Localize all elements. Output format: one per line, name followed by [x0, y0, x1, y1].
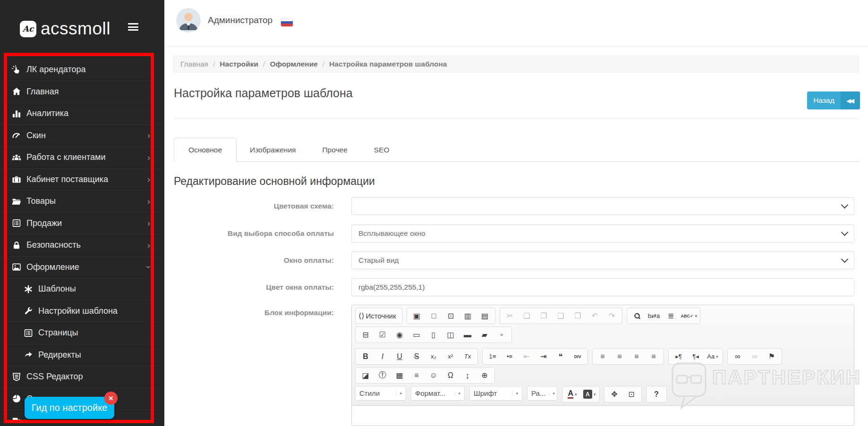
select-payment-window[interactable]: Старый вид	[351, 251, 854, 269]
tab-seo[interactable]: SEO	[361, 138, 403, 162]
templates-button[interactable]: ▤	[477, 309, 494, 323]
sidebar-item-pages[interactable]: Страницы	[0, 322, 164, 344]
checkbox-button[interactable]: ☑	[374, 328, 391, 342]
back-button[interactable]: Назад ◀◀	[807, 92, 860, 109]
hamburger-menu-icon[interactable]	[128, 23, 138, 33]
iframe-button[interactable]: ⊕	[476, 368, 493, 382]
tab-images[interactable]: Изображения	[237, 138, 309, 162]
align-left-button[interactable]: ≡	[594, 350, 611, 363]
special-char-button[interactable]: Ω	[442, 368, 459, 382]
styles-select[interactable]: Стили ▾	[355, 386, 406, 401]
about-button[interactable]: ?	[648, 387, 665, 401]
view-buttons-group: ✥ ⊡	[604, 386, 642, 402]
underline-button[interactable]: U	[391, 350, 408, 363]
bidi-rtl-button[interactable]: ¶◂	[687, 350, 704, 363]
close-icon[interactable]: ✕	[104, 392, 118, 405]
italic-button[interactable]: I	[374, 350, 391, 363]
sidebar-item-analytics[interactable]: Аналитика	[0, 102, 164, 125]
format-select[interactable]: Формат... ▾	[411, 386, 465, 401]
sidebar-item-security[interactable]: Безопасность›	[0, 234, 164, 256]
align-right-button[interactable]: ≡	[628, 350, 645, 363]
text-field-button[interactable]: ▭	[408, 328, 425, 342]
tab-other[interactable]: Прочее	[309, 138, 360, 162]
avatar[interactable]	[176, 8, 201, 33]
breadcrumb-item[interactable]: Главная	[180, 60, 208, 68]
anchor-button[interactable]: ⚑	[763, 350, 780, 363]
smiley-button[interactable]: ☺	[425, 368, 442, 382]
font-select[interactable]: Шрифт ▾	[469, 386, 522, 401]
breadcrumb-item[interactable]: Настройки	[220, 60, 258, 68]
source-button[interactable]: ⟨⟩Источник	[357, 309, 400, 323]
breadcrumb-item[interactable]: Оформление	[270, 60, 317, 68]
justify-button[interactable]: ≡	[645, 350, 662, 363]
align-center-button[interactable]: ≡	[611, 350, 628, 363]
sidebar-item-clients[interactable]: Работа с клиентами›	[0, 146, 164, 168]
chevron-down-icon: ▾	[695, 314, 698, 318]
maximize-button[interactable]: ✥	[606, 387, 623, 401]
sidebar-item-templates[interactable]: Шаблоны	[0, 278, 164, 300]
link-button[interactable]: ∞	[729, 350, 746, 363]
editor-toolbar-row-4: ◪ⓕ▦≡☺Ω↨⊕	[355, 367, 851, 384]
subscript-button[interactable]: x₂	[425, 350, 442, 363]
horizontal-rule-button[interactable]: ≡	[408, 368, 425, 382]
indent-button[interactable]: ⇥	[535, 350, 552, 363]
russian-flag-icon[interactable]	[281, 18, 293, 26]
div-container-button[interactable]: DIV	[569, 350, 586, 363]
special-char-icon: Ω	[448, 371, 453, 380]
sidebar-item-tenant-account[interactable]: ЛК арендатора	[0, 59, 164, 81]
flash-button[interactable]: ⓕ	[374, 368, 391, 382]
select-all-button[interactable]: ≣	[663, 309, 680, 323]
spell-check-button[interactable]: ABC✓▾	[680, 309, 699, 323]
radio-button[interactable]: ◉	[391, 328, 408, 342]
sidebar-item-template-settings[interactable]: Настройки шаблона	[0, 300, 164, 322]
bg-color-button[interactable]: A ▾	[581, 387, 598, 401]
bold-button[interactable]: B	[357, 350, 374, 363]
sidebar-item-products[interactable]: Товары›	[0, 190, 164, 212]
page-break-button[interactable]: ↨	[459, 368, 476, 382]
hidden-field-button[interactable]: ▫	[493, 328, 510, 342]
save-button[interactable]: ▣	[408, 309, 425, 323]
bold-icon: B	[363, 352, 368, 361]
text-color-button[interactable]: A ▾	[564, 387, 581, 401]
sidebar-item-appearance[interactable]: Оформление›	[0, 256, 164, 278]
editor-content-area[interactable]	[352, 405, 854, 426]
rich-text-editor: ⟨⟩Источник▣□⊡▥▤✂❏❒❑❐↶↷Ϙb⇄a≣ABC✓▾⊟☑◉▭▯◫▬▰…	[351, 305, 854, 426]
font-size-select[interactable]: Ра... ▾	[527, 386, 557, 401]
sidebar-item-supplier-cabinet[interactable]: Кабинет поставщика›	[0, 168, 164, 191]
show-blocks-button[interactable]: ⊡	[623, 387, 640, 401]
sidebar-item-skin[interactable]: Скин›	[0, 125, 164, 147]
bidi-ltr-button[interactable]: ▸¶	[670, 350, 687, 363]
remove-format-button[interactable]: Tx	[459, 350, 476, 363]
setup-guide-button[interactable]: Гид по настройке	[25, 397, 114, 419]
image-button[interactable]: ◪	[357, 368, 374, 382]
strike-button[interactable]: S	[408, 350, 425, 363]
numbered-list-button[interactable]: 1≡	[484, 350, 501, 363]
sidebar-item-home[interactable]: Главная	[0, 81, 164, 103]
select-payment-method-view[interactable]: Всплывающее окно	[351, 225, 854, 242]
button-button[interactable]: ▬	[459, 328, 476, 342]
print-button[interactable]: ▥	[460, 309, 477, 323]
input-payment-window-color[interactable]: rgba(255,255,255,1)	[351, 278, 854, 296]
align-right-icon: ≡	[634, 352, 638, 361]
tab-main[interactable]: Основное	[174, 138, 237, 162]
select-field-button[interactable]: ◫	[442, 328, 459, 342]
logo[interactable]: Ac acssmoll	[20, 19, 111, 39]
new-page-button[interactable]: □	[425, 309, 443, 323]
sidebar-item-sales[interactable]: Продажи›	[0, 212, 164, 234]
superscript-button[interactable]: x²	[442, 350, 459, 363]
textarea-button[interactable]: ▯	[425, 328, 442, 342]
bulleted-list-button[interactable]: •≡	[501, 350, 518, 363]
table-button[interactable]: ▦	[391, 368, 408, 382]
current-user-name[interactable]: Администратор	[208, 15, 272, 25]
form-button[interactable]: ⊟	[357, 328, 374, 342]
sidebar-item-css-editor[interactable]: CSS Редактор	[0, 366, 164, 388]
image-button-button[interactable]: ▰	[476, 328, 493, 342]
chevron-down-icon: ▾	[575, 392, 577, 397]
select-color-scheme[interactable]	[351, 197, 854, 215]
sidebar-item-redirects[interactable]: Редиректы	[0, 344, 164, 366]
blockquote-button[interactable]: ❝	[552, 350, 569, 363]
language-button[interactable]: Aa▾	[704, 350, 721, 363]
replace-button[interactable]: b⇄a	[646, 309, 663, 323]
find-button[interactable]: Ϙ	[626, 305, 648, 327]
preview-button[interactable]: ⊡	[443, 309, 460, 323]
